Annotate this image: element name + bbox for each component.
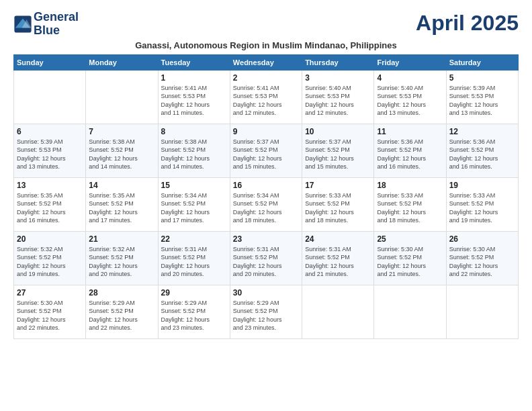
day-info: Sunrise: 5:37 AM Sunset: 5:52 PM Dayligh…: [305, 138, 371, 171]
calendar-cell: 25Sunrise: 5:30 AM Sunset: 5:52 PM Dayli…: [374, 231, 446, 285]
day-number: 30: [233, 288, 299, 298]
day-number: 18: [377, 181, 443, 190]
day-number: 16: [233, 181, 299, 190]
calendar-cell: 18Sunrise: 5:33 AM Sunset: 5:52 PM Dayli…: [374, 177, 446, 231]
day-number: 29: [161, 288, 227, 298]
day-number: 20: [17, 234, 83, 244]
day-info: Sunrise: 5:38 AM Sunset: 5:52 PM Dayligh…: [161, 138, 227, 171]
subtitle: Ganassi, Autonomous Region in Muslim Min…: [13, 40, 519, 50]
day-number: 7: [89, 127, 154, 136]
day-info: Sunrise: 5:36 AM Sunset: 5:52 PM Dayligh…: [449, 138, 515, 171]
calendar-cell: 11Sunrise: 5:36 AM Sunset: 5:52 PM Dayli…: [374, 124, 446, 177]
calendar-cell: [446, 285, 518, 338]
calendar-cell: 21Sunrise: 5:32 AM Sunset: 5:52 PM Dayli…: [86, 231, 158, 285]
day-info: Sunrise: 5:32 AM Sunset: 5:52 PM Dayligh…: [17, 245, 83, 279]
week-row-2: 6Sunrise: 5:39 AM Sunset: 5:53 PM Daylig…: [14, 124, 519, 177]
day-info: Sunrise: 5:41 AM Sunset: 5:53 PM Dayligh…: [233, 84, 299, 118]
day-number: 17: [305, 181, 371, 190]
day-number: 21: [89, 234, 154, 244]
day-number: 11: [377, 127, 443, 136]
calendar-cell: 16Sunrise: 5:34 AM Sunset: 5:52 PM Dayli…: [230, 177, 302, 231]
logo-line2: Blue: [34, 24, 79, 38]
logo-icon: [13, 15, 32, 34]
calendar-cell: 27Sunrise: 5:30 AM Sunset: 5:52 PM Dayli…: [14, 285, 86, 338]
day-header-wednesday: Wednesday: [230, 54, 302, 70]
header: General Blue April 2025: [13, 11, 519, 38]
calendar-cell: 30Sunrise: 5:29 AM Sunset: 5:52 PM Dayli…: [230, 285, 302, 338]
day-header-friday: Friday: [374, 54, 446, 70]
calendar-cell: 23Sunrise: 5:31 AM Sunset: 5:52 PM Dayli…: [230, 231, 302, 285]
calendar-cell: 19Sunrise: 5:33 AM Sunset: 5:52 PM Dayli…: [446, 177, 518, 231]
calendar-cell: 3Sunrise: 5:40 AM Sunset: 5:53 PM Daylig…: [302, 70, 374, 124]
day-header-thursday: Thursday: [302, 54, 374, 70]
day-number: 4: [377, 73, 443, 83]
week-row-4: 20Sunrise: 5:32 AM Sunset: 5:52 PM Dayli…: [14, 231, 519, 285]
day-number: 28: [89, 288, 154, 298]
calendar-cell: [302, 285, 374, 338]
day-info: Sunrise: 5:34 AM Sunset: 5:52 PM Dayligh…: [233, 191, 299, 225]
day-number: 24: [305, 234, 371, 244]
page: General Blue April 2025 Ganassi, Autonom…: [0, 0, 532, 411]
calendar-cell: 8Sunrise: 5:38 AM Sunset: 5:52 PM Daylig…: [158, 124, 230, 177]
day-info: Sunrise: 5:38 AM Sunset: 5:52 PM Dayligh…: [89, 138, 154, 171]
day-info: Sunrise: 5:39 AM Sunset: 5:53 PM Dayligh…: [17, 138, 83, 171]
day-info: Sunrise: 5:40 AM Sunset: 5:53 PM Dayligh…: [305, 84, 371, 118]
calendar-cell: 22Sunrise: 5:31 AM Sunset: 5:52 PM Dayli…: [158, 231, 230, 285]
calendar-cell: 13Sunrise: 5:35 AM Sunset: 5:52 PM Dayli…: [14, 177, 86, 231]
day-number: 22: [161, 234, 227, 244]
day-info: Sunrise: 5:35 AM Sunset: 5:52 PM Dayligh…: [17, 191, 83, 225]
day-number: 19: [449, 181, 515, 190]
day-info: Sunrise: 5:30 AM Sunset: 5:52 PM Dayligh…: [449, 245, 515, 279]
calendar-cell: 15Sunrise: 5:34 AM Sunset: 5:52 PM Dayli…: [158, 177, 230, 231]
day-info: Sunrise: 5:41 AM Sunset: 5:53 PM Dayligh…: [161, 84, 227, 118]
day-number: 2: [233, 73, 299, 83]
day-number: 1: [161, 73, 227, 83]
day-info: Sunrise: 5:29 AM Sunset: 5:52 PM Dayligh…: [161, 299, 227, 332]
day-number: 10: [305, 127, 371, 136]
day-number: 5: [449, 73, 515, 83]
day-number: 3: [305, 73, 371, 83]
week-row-3: 13Sunrise: 5:35 AM Sunset: 5:52 PM Dayli…: [14, 177, 519, 231]
month-title: April 2025: [416, 11, 519, 36]
calendar-cell: 10Sunrise: 5:37 AM Sunset: 5:52 PM Dayli…: [302, 124, 374, 177]
calendar-cell: 17Sunrise: 5:33 AM Sunset: 5:52 PM Dayli…: [302, 177, 374, 231]
day-number: 23: [233, 234, 299, 244]
calendar-cell: 26Sunrise: 5:30 AM Sunset: 5:52 PM Dayli…: [446, 231, 518, 285]
day-info: Sunrise: 5:29 AM Sunset: 5:52 PM Dayligh…: [89, 299, 154, 332]
day-info: Sunrise: 5:30 AM Sunset: 5:52 PM Dayligh…: [17, 299, 83, 332]
calendar-cell: [86, 70, 158, 124]
day-info: Sunrise: 5:36 AM Sunset: 5:52 PM Dayligh…: [377, 138, 443, 171]
day-info: Sunrise: 5:37 AM Sunset: 5:52 PM Dayligh…: [233, 138, 299, 171]
day-number: 12: [449, 127, 515, 136]
calendar-cell: 20Sunrise: 5:32 AM Sunset: 5:52 PM Dayli…: [14, 231, 86, 285]
day-info: Sunrise: 5:39 AM Sunset: 5:53 PM Dayligh…: [449, 84, 515, 118]
calendar-cell: 9Sunrise: 5:37 AM Sunset: 5:52 PM Daylig…: [230, 124, 302, 177]
week-row-1: 1Sunrise: 5:41 AM Sunset: 5:53 PM Daylig…: [14, 70, 519, 124]
calendar-cell: 4Sunrise: 5:40 AM Sunset: 5:53 PM Daylig…: [374, 70, 446, 124]
day-header-row: SundayMondayTuesdayWednesdayThursdayFrid…: [14, 54, 519, 70]
calendar-cell: 28Sunrise: 5:29 AM Sunset: 5:52 PM Dayli…: [86, 285, 158, 338]
day-number: 9: [233, 127, 299, 136]
day-info: Sunrise: 5:33 AM Sunset: 5:52 PM Dayligh…: [449, 191, 515, 225]
day-number: 6: [17, 127, 83, 136]
day-info: Sunrise: 5:29 AM Sunset: 5:52 PM Dayligh…: [233, 299, 299, 332]
day-info: Sunrise: 5:32 AM Sunset: 5:52 PM Dayligh…: [89, 245, 154, 279]
day-header-sunday: Sunday: [14, 54, 86, 70]
day-number: 14: [89, 181, 154, 190]
logo: General Blue: [13, 11, 79, 38]
logo-line1: General: [34, 11, 79, 24]
day-number: 26: [449, 234, 515, 244]
calendar-table: SundayMondayTuesdayWednesdayThursdayFrid…: [13, 54, 519, 339]
day-info: Sunrise: 5:33 AM Sunset: 5:52 PM Dayligh…: [377, 191, 443, 225]
day-header-saturday: Saturday: [446, 54, 518, 70]
calendar-cell: [14, 70, 86, 124]
day-number: 27: [17, 288, 83, 298]
day-info: Sunrise: 5:33 AM Sunset: 5:52 PM Dayligh…: [305, 191, 371, 225]
day-info: Sunrise: 5:40 AM Sunset: 5:53 PM Dayligh…: [377, 84, 443, 118]
day-info: Sunrise: 5:31 AM Sunset: 5:52 PM Dayligh…: [233, 245, 299, 279]
day-number: 8: [161, 127, 227, 136]
day-number: 25: [377, 234, 443, 244]
calendar-cell: 24Sunrise: 5:31 AM Sunset: 5:52 PM Dayli…: [302, 231, 374, 285]
day-info: Sunrise: 5:31 AM Sunset: 5:52 PM Dayligh…: [161, 245, 227, 279]
day-info: Sunrise: 5:30 AM Sunset: 5:52 PM Dayligh…: [377, 245, 443, 279]
